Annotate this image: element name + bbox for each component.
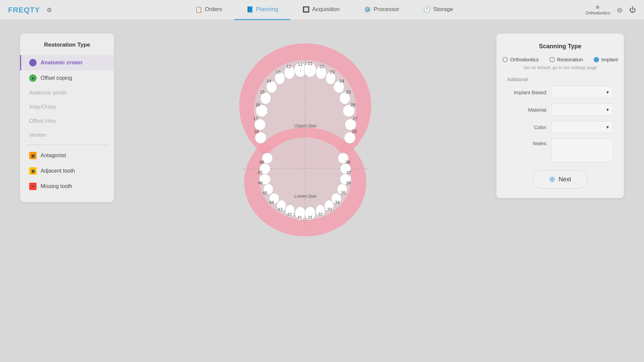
material-select[interactable]: ▾	[551, 104, 613, 116]
svg-text:LowerJaw: LowerJaw	[294, 193, 317, 199]
implant-based-select[interactable]: ▾	[551, 86, 613, 98]
orthodontics-icon: ⚙	[596, 5, 600, 10]
restoration-anatomic-crown[interactable]: ● Anatomic crown	[20, 55, 114, 70]
nav-orders[interactable]: 📋 Orders	[183, 0, 234, 20]
adjacent-tooth-icon: ▣	[29, 167, 37, 175]
svg-text:33: 33	[327, 207, 332, 212]
missing-tooth-icon: ✕	[29, 183, 37, 190]
svg-text:15: 15	[260, 89, 265, 95]
notes-label: Notes:	[507, 138, 547, 146]
restoration-anatomic-pontic: Anatomic pontic	[20, 86, 114, 100]
material-row: Material: ▾	[507, 104, 613, 116]
material-chevron: ▾	[606, 107, 609, 112]
planning-icon: 📘	[247, 6, 254, 13]
svg-text:34: 34	[335, 200, 339, 205]
svg-text:31: 31	[308, 215, 313, 220]
minimize-icon[interactable]: ⊖	[617, 6, 623, 14]
nav-storage[interactable]: 🕐 Storage	[411, 0, 465, 20]
storage-icon: 🕐	[423, 6, 430, 13]
color-chevron: ▾	[606, 124, 609, 130]
notes-textarea[interactable]	[551, 138, 613, 162]
scan-option-orthodontics[interactable]: Orthodontics	[502, 57, 539, 62]
color-select[interactable]: ▾	[551, 121, 613, 133]
next-icon: ⊕	[549, 175, 555, 184]
restoration-offset-inlay: Offset inlay	[20, 114, 114, 128]
radio-orthodontics[interactable]	[502, 57, 508, 62]
svg-text:38: 38	[345, 160, 350, 165]
anatomic-crown-icon: ●	[29, 59, 37, 66]
restoration-offset-coping[interactable]: ● Offset coping	[20, 70, 114, 86]
tooth-chart-panel: 11 21 12 22 13 23 14 24 15 25 16 26 17 2…	[127, 34, 483, 241]
svg-text:37: 37	[346, 170, 351, 175]
svg-text:47: 47	[258, 170, 262, 175]
restoration-type-panel: Restoration Type ● Anatomic crown ● Offs…	[20, 34, 114, 202]
svg-text:42: 42	[287, 212, 292, 217]
svg-text:16: 16	[255, 102, 260, 107]
svg-text:24: 24	[339, 78, 344, 83]
radio-restoration[interactable]	[549, 57, 555, 62]
svg-text:48: 48	[259, 160, 264, 165]
svg-text:17: 17	[253, 116, 258, 121]
svg-text:44: 44	[269, 200, 274, 205]
color-row: Color: ▾	[507, 121, 613, 133]
restoration-antagonist[interactable]: ▣ Antagonist	[20, 148, 114, 163]
svg-text:32: 32	[318, 212, 323, 217]
svg-text:14: 14	[267, 78, 271, 83]
scan-option-implant[interactable]: Implant	[594, 57, 618, 62]
restoration-type-title: Restoration Type	[20, 42, 114, 48]
radio-implant[interactable]	[594, 57, 599, 62]
power-icon[interactable]: ⏻	[629, 6, 636, 14]
nav-right: ⚙ Orthodontics ⊖ ⏻	[585, 5, 636, 15]
app-logo: FREQTY	[8, 6, 40, 14]
svg-text:43: 43	[278, 207, 282, 212]
antagonist-icon: ▣	[29, 152, 37, 159]
nav-planning[interactable]: 📘 Planning	[234, 0, 290, 20]
restoration-list: ● Anatomic crown ● Offset coping Anatomi…	[20, 55, 114, 194]
top-navigation: FREQTY ⚙ 📋 Orders 📘 Planning 🔲 Acquisiti…	[0, 0, 644, 20]
nav-orthodontics[interactable]: ⚙ Orthodontics	[585, 5, 610, 15]
svg-text:25: 25	[346, 89, 351, 95]
svg-text:12: 12	[286, 64, 291, 69]
next-button[interactable]: ⊕ Next	[533, 170, 587, 189]
next-label: Next	[558, 176, 571, 183]
scanning-options: Orthodontics Restoration Implant	[507, 57, 613, 62]
nav-items: 📋 Orders 📘 Planning 🔲 Acquisition ⚙️ Pro…	[63, 0, 585, 20]
nav-acquisition[interactable]: 🔲 Acquisition	[290, 0, 352, 20]
tooth-chart-svg: 11 21 12 22 13 23 14 24 15 25 16 26 17 2…	[215, 34, 396, 241]
divider	[25, 145, 109, 145]
notes-row: Notes:	[507, 138, 613, 162]
tooth-chart-container: 11 21 12 22 13 23 14 24 15 25 16 26 17 2…	[215, 34, 396, 241]
svg-text:41: 41	[297, 215, 302, 220]
svg-text:UpperJaw: UpperJaw	[294, 123, 317, 128]
svg-text:36: 36	[346, 180, 351, 185]
restoration-veneer: Veneer	[20, 128, 114, 142]
svg-text:22: 22	[319, 64, 324, 69]
svg-text:45: 45	[263, 190, 267, 195]
implant-based-label: Implant Based:	[507, 89, 547, 95]
restoration-adjacent-tooth[interactable]: ▣ Adjacent tooth	[20, 163, 114, 179]
nav-processor[interactable]: ⚙️ Processor	[352, 0, 412, 20]
restoration-missing-tooth[interactable]: ✕ Missing tooth	[20, 179, 114, 194]
svg-text:35: 35	[341, 190, 345, 195]
acquisition-icon: 🔲	[303, 6, 310, 13]
offset-coping-icon: ●	[29, 74, 37, 82]
scan-default-note: Set as default, go to the settings page	[507, 65, 613, 70]
implant-based-chevron: ▾	[606, 89, 609, 95]
implant-based-row: Implant Based: ▾	[507, 86, 613, 98]
svg-text:11: 11	[298, 62, 303, 67]
restoration-inlay-onlay: Inlay/Onlay	[20, 100, 114, 114]
svg-text:27: 27	[353, 116, 357, 121]
svg-text:13: 13	[276, 69, 280, 74]
svg-text:21: 21	[308, 61, 313, 66]
orders-icon: 📋	[195, 6, 202, 13]
svg-text:28: 28	[352, 129, 357, 134]
svg-text:26: 26	[351, 102, 356, 107]
processor-icon: ⚙️	[364, 6, 371, 13]
scanning-type-panel: Scanning Type Orthodontics Restoration I…	[496, 34, 624, 198]
scanning-type-title: Scanning Type	[507, 43, 613, 50]
svg-text:18: 18	[254, 129, 259, 134]
settings-icon[interactable]: ⚙	[47, 6, 52, 14]
svg-text:46: 46	[258, 180, 263, 185]
material-label: Material:	[507, 107, 547, 113]
scan-option-restoration[interactable]: Restoration	[549, 57, 583, 62]
